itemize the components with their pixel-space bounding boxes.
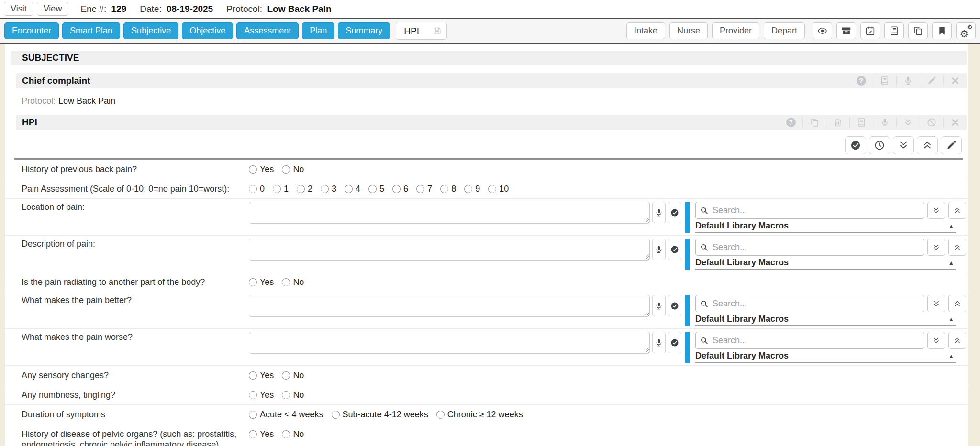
- macros-expand-all-button[interactable]: [927, 202, 945, 219]
- ban-action-button[interactable]: [920, 117, 943, 128]
- radio-icon[interactable]: [416, 185, 424, 193]
- settings-button[interactable]: ⚙⚙: [956, 22, 976, 39]
- radio-option[interactable]: Sub-acute 4-12 weeks: [332, 409, 428, 420]
- book-action-button[interactable]: [873, 76, 896, 86]
- chevrons-down-button[interactable]: [893, 136, 914, 154]
- radio-option[interactable]: 2: [297, 184, 312, 194]
- archive-button[interactable]: [836, 22, 856, 39]
- radio-icon[interactable]: [332, 411, 340, 419]
- microphone-action-button[interactable]: [873, 117, 896, 128]
- radio-icon[interactable]: [282, 391, 290, 399]
- radio-option[interactable]: 3: [321, 184, 336, 194]
- eye-button[interactable]: [813, 22, 832, 39]
- macro-search-input[interactable]: [712, 298, 919, 309]
- radio-option[interactable]: Yes: [249, 390, 274, 400]
- radio-icon[interactable]: [249, 411, 257, 419]
- macro-search-input[interactable]: [712, 242, 919, 253]
- copy-button[interactable]: [908, 22, 928, 39]
- approve-button[interactable]: [668, 332, 681, 353]
- radio-option[interactable]: Acute < 4 weeks: [249, 409, 323, 420]
- radio-icon[interactable]: [249, 371, 257, 380]
- macros-collapse-all-button[interactable]: [948, 239, 966, 256]
- stage-button-depart[interactable]: Depart: [764, 22, 805, 39]
- macros-section-header[interactable]: Default Library Macros ▲: [695, 350, 956, 363]
- radio-option[interactable]: No: [282, 164, 304, 174]
- answer-textarea[interactable]: [249, 295, 650, 317]
- nav-button-summary[interactable]: Summary: [338, 22, 390, 39]
- radio-icon[interactable]: [345, 185, 353, 193]
- macro-search-input[interactable]: [712, 205, 919, 216]
- nav-button-objective[interactable]: Objective: [182, 22, 233, 39]
- radio-icon[interactable]: [488, 185, 496, 193]
- nav-button-assessment[interactable]: Assessment: [236, 22, 299, 39]
- caret-up-icon[interactable]: ▲: [948, 316, 954, 322]
- radio-option[interactable]: 4: [345, 184, 360, 194]
- macros-collapse-all-button[interactable]: [948, 295, 966, 312]
- check-circle-button[interactable]: [845, 136, 866, 154]
- tab-hpi-label[interactable]: HPI: [396, 26, 427, 36]
- macros-section-header[interactable]: Default Library Macros ▲: [695, 220, 956, 233]
- macros-collapse-all-button[interactable]: [948, 202, 966, 219]
- radio-icon[interactable]: [368, 185, 377, 193]
- nav-button-plan[interactable]: Plan: [302, 22, 334, 39]
- radio-option[interactable]: 9: [464, 184, 480, 194]
- save-icon[interactable]: [427, 26, 446, 35]
- edit-action-button[interactable]: [920, 76, 943, 86]
- nav-button-smart-plan[interactable]: Smart Plan: [62, 22, 120, 39]
- stage-button-intake[interactable]: Intake: [626, 22, 665, 39]
- microphone-button[interactable]: [652, 202, 666, 223]
- copy-action-button[interactable]: [802, 117, 826, 128]
- stage-button-provider[interactable]: Provider: [712, 22, 759, 39]
- macros-expand-all-button[interactable]: [927, 332, 945, 349]
- approve-button[interactable]: [668, 239, 681, 260]
- radio-option[interactable]: Yes: [249, 277, 274, 287]
- chevrons-down-action-button[interactable]: [896, 117, 920, 128]
- radio-icon[interactable]: [321, 185, 329, 193]
- radio-option[interactable]: 7: [416, 184, 432, 194]
- radio-icon[interactable]: [440, 185, 448, 193]
- radio-icon[interactable]: [436, 411, 445, 419]
- radio-option[interactable]: 6: [392, 184, 408, 194]
- help-action-button[interactable]: ?: [849, 76, 873, 86]
- radio-option[interactable]: No: [282, 277, 304, 287]
- caret-up-icon[interactable]: ▲: [948, 260, 954, 266]
- radio-option[interactable]: No: [282, 390, 304, 400]
- radio-icon[interactable]: [282, 371, 290, 380]
- clock-button[interactable]: [869, 136, 890, 154]
- radio-option[interactable]: Chronic ≥ 12 weeks: [436, 409, 523, 420]
- close-action-button[interactable]: [943, 117, 967, 128]
- radio-icon[interactable]: [249, 391, 257, 399]
- approve-button[interactable]: [668, 202, 681, 223]
- macros-section-header[interactable]: Default Library Macros ▲: [695, 257, 956, 270]
- radio-option[interactable]: No: [282, 370, 304, 381]
- microphone-button[interactable]: [652, 239, 666, 260]
- radio-icon[interactable]: [249, 430, 257, 438]
- microphone-button[interactable]: [652, 295, 666, 316]
- radio-option[interactable]: Yes: [249, 164, 274, 174]
- radio-icon[interactable]: [464, 185, 472, 193]
- stage-button-nurse[interactable]: Nurse: [669, 22, 708, 39]
- radio-icon[interactable]: [273, 185, 281, 193]
- macro-search-input[interactable]: [712, 335, 919, 346]
- macros-collapse-all-button[interactable]: [948, 332, 966, 349]
- help-action-button[interactable]: ?: [779, 117, 802, 128]
- bookmark-button[interactable]: [932, 22, 952, 39]
- radio-option[interactable]: 0: [249, 184, 265, 194]
- radio-option[interactable]: 5: [368, 184, 384, 194]
- calendar-check-button[interactable]: [860, 22, 880, 39]
- radio-icon[interactable]: [249, 278, 257, 286]
- book-action-button[interactable]: [849, 117, 873, 128]
- chevrons-up-button[interactable]: [917, 136, 938, 154]
- macros-section-header[interactable]: Default Library Macros ▲: [695, 313, 956, 326]
- nav-button-encounter[interactable]: Encounter: [4, 22, 59, 39]
- radio-option[interactable]: 8: [440, 184, 456, 194]
- answer-textarea[interactable]: [249, 332, 650, 354]
- radio-icon[interactable]: [249, 165, 257, 174]
- book-button[interactable]: [884, 22, 904, 39]
- answer-textarea[interactable]: [249, 202, 650, 224]
- radio-option[interactable]: No: [282, 429, 304, 439]
- caret-up-icon[interactable]: ▲: [948, 223, 954, 229]
- macros-expand-all-button[interactable]: [927, 295, 945, 312]
- caret-up-icon[interactable]: ▲: [948, 353, 954, 359]
- answer-textarea[interactable]: [249, 239, 650, 261]
